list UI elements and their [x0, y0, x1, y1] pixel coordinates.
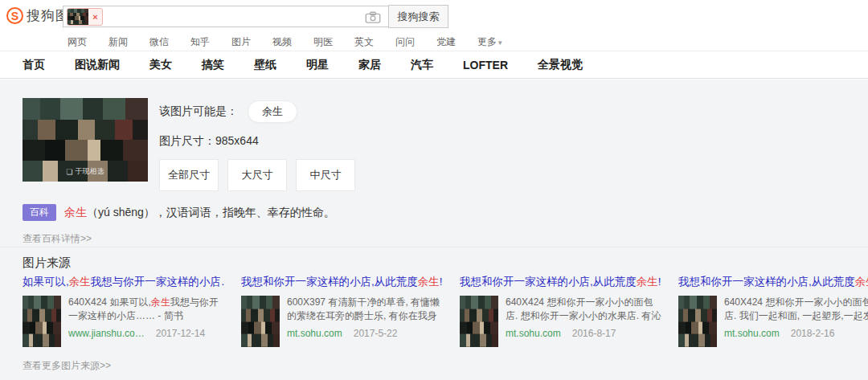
- source-meta: 640X424 想和你开一家小小的面包店. 想和你开一家小小的水果店. 有沁人心…: [506, 296, 662, 347]
- title-text: 我想与你开一家这样的小店……: [91, 276, 225, 288]
- section-divider: [0, 247, 868, 247]
- source-thumbnail[interactable]: [460, 296, 498, 347]
- desc-text: 640X424 如果可以,: [68, 296, 151, 308]
- baike-more-link[interactable]: 查看百科详情>>: [23, 232, 335, 246]
- image-size-row: 图片尺寸：985x644: [159, 134, 355, 149]
- source-description: 640X424 想和你开一家小小的面包店. 我们一起和面, 一起塑形,一起发酵,…: [724, 296, 868, 323]
- watermark-text: 于现相选: [76, 166, 104, 177]
- image-size-label: 图片尺寸：: [159, 134, 215, 147]
- remove-image-icon[interactable]: ×: [88, 12, 102, 22]
- query-image-thumbnail: [68, 9, 88, 25]
- source-domain[interactable]: mt.sohu.com: [287, 328, 342, 339]
- source-description: 640X424 想和你开一家小小的面包店. 想和你开一家小小的水果店. 有沁人心…: [506, 296, 662, 323]
- title-highlight: 余生: [418, 276, 440, 288]
- top-bar: S 搜狗图片 × 搜狗搜索 网页 新闻 微信 知乎 图片 视频 明医 英文 问问…: [0, 0, 868, 32]
- source-result-3: 我想和你开一家这样的小店,从此荒度余生!… 640X424 想和你开一家小小的面…: [460, 275, 662, 347]
- baike-block: 百科 余生 （yú shēng），汉语词语，指晚年、幸存的性命。 查看百科详情>…: [23, 204, 335, 246]
- desc-highlight: 余生: [151, 296, 170, 308]
- content-area: ❏ 于现相选 该图片可能是： 余生 图片尺寸：985x644 全部尺寸 大尺寸 …: [0, 80, 868, 380]
- source-description: 640X424 如果可以,余生我想与你开一家这样的小店…… - 简书: [68, 296, 225, 323]
- title-text: !…: [440, 276, 444, 288]
- category-funny[interactable]: 搞笑: [202, 58, 224, 72]
- category-panorama[interactable]: 全景视觉: [538, 58, 583, 72]
- baike-definition: （yú shēng），汉语词语，指晚年、幸存的性命。: [87, 206, 335, 220]
- source-result-1: 如果可以,余生我想与你开一家这样的小店…… 640X424 如果可以,余生我想与…: [23, 275, 225, 347]
- category-home-decor[interactable]: 家居: [358, 58, 381, 72]
- title-text: 我想和你开一家这样的小店,从此荒度: [241, 276, 418, 288]
- baike-term: 余生: [64, 206, 87, 220]
- source-thumbnail[interactable]: [678, 296, 717, 347]
- category-beauty[interactable]: 美女: [149, 58, 172, 72]
- source-description: 600X397 有清新干净的草香, 有慵懒的萦绕在耳旁的爵士乐, 有你在我身旁,…: [287, 296, 444, 323]
- guess-tag-button[interactable]: 余生: [248, 100, 297, 123]
- large-size-button[interactable]: 大尺寸: [227, 159, 287, 191]
- title-text: !…: [658, 276, 662, 288]
- result-info: 该图片可能是： 余生 图片尺寸：985x644 全部尺寸 大尺寸 中尺寸: [159, 98, 355, 191]
- source-meta: 640X424 如果可以,余生我想与你开一家这样的小店…… - 简书 www.j…: [68, 296, 225, 347]
- source-title-link[interactable]: 我想和你开一家这样的小店,从此荒度余生!…: [460, 275, 662, 289]
- source-domain[interactable]: mt.sohu.com: [724, 328, 780, 339]
- category-wallpaper[interactable]: 壁纸: [254, 58, 276, 72]
- search-button[interactable]: 搜狗搜索: [388, 5, 448, 28]
- title-text: 我想和你开一家这样的小店,从此荒度: [460, 276, 637, 288]
- desc-text: 640X424 想和你开一家小小的面包店. 我们一起和面, 一起塑形,一起发酵,…: [724, 296, 868, 323]
- source-title-link[interactable]: 我想和你开一家这样的小店,从此荒度余生!…: [241, 275, 444, 289]
- category-home[interactable]: 首页: [23, 58, 45, 72]
- query-image-preview: ❏ 于现相选: [23, 98, 148, 182]
- medium-size-button[interactable]: 中尺寸: [296, 159, 355, 191]
- desc-text: 640X424 想和你开一家小小的面包店. 想和你开一家小小的水果店. 有沁人心…: [506, 296, 661, 323]
- title-text: 我想和你开一家这样的小店,从此荒度: [678, 276, 855, 288]
- baike-badge[interactable]: 百科: [23, 204, 56, 221]
- possible-label: 该图片可能是：: [159, 104, 238, 119]
- search-bar: × 搜狗搜索: [63, 6, 448, 28]
- category-news-pics[interactable]: 图说新闻: [75, 58, 120, 72]
- title-text: 如果可以,: [23, 276, 69, 288]
- source-meta: 600X397 有清新干净的草香, 有慵懒的萦绕在耳旁的爵士乐, 有你在我身旁,…: [287, 296, 444, 347]
- source-date: 2018-2-16: [791, 328, 835, 339]
- sources-section-title: 图片来源: [23, 255, 71, 271]
- source-thumbnail[interactable]: [23, 296, 61, 347]
- more-sources-link[interactable]: 查看更多图片来源>>: [23, 359, 111, 373]
- sogou-logo-icon: S: [6, 7, 23, 24]
- camera-icon[interactable]: [365, 11, 381, 23]
- size-filter-buttons: 全部尺寸 大尺寸 中尺寸: [159, 159, 355, 191]
- category-nav: 首页 图说新闻 美女 搞笑 壁纸 明星 家居 汽车 LOFTER 全景视觉: [0, 51, 868, 79]
- search-input[interactable]: ×: [63, 6, 388, 27]
- source-date: 2016-8-17: [572, 328, 616, 339]
- title-highlight: 余生: [637, 276, 658, 288]
- source-domain[interactable]: mt.sohu.com: [506, 328, 561, 339]
- image-size-value: 985x644: [215, 134, 259, 147]
- category-lofter[interactable]: LOFTER: [463, 59, 508, 72]
- tab-more-label: 更多: [477, 36, 497, 47]
- category-cars[interactable]: 汽车: [411, 58, 433, 72]
- image-watermark: ❏ 于现相选: [66, 166, 104, 177]
- query-image-chip[interactable]: ×: [67, 8, 103, 26]
- source-result-4: 我想和你开一家这样的小店,从此荒度余生!_… 640X424 想和你开一家小小的…: [678, 275, 868, 347]
- desc-text: 600X397 有清新干净的草香, 有慵懒的萦绕在耳旁的爵士乐, 有你在我身旁,…: [287, 296, 440, 323]
- source-title-link[interactable]: 我想和你开一家这样的小店,从此荒度余生!_…: [678, 275, 868, 289]
- image-sources-list: 如果可以,余生我想与你开一家这样的小店…… 640X424 如果可以,余生我想与…: [23, 275, 868, 347]
- source-title-link[interactable]: 如果可以,余生我想与你开一家这样的小店……: [23, 275, 225, 289]
- source-date: 2017-12-14: [156, 328, 205, 339]
- category-stars[interactable]: 明星: [306, 58, 329, 72]
- source-date: 2017-5-22: [354, 328, 398, 339]
- title-highlight: 余生: [69, 276, 91, 288]
- query-result-block: ❏ 于现相选 该图片可能是： 余生 图片尺寸：985x644 全部尺寸 大尺寸 …: [23, 98, 355, 191]
- source-thumbnail[interactable]: [241, 296, 280, 347]
- watermark-icon: ❏: [66, 168, 72, 176]
- logo-letter: S: [11, 10, 18, 22]
- source-meta: 640X424 想和你开一家小小的面包店. 我们一起和面, 一起塑形,一起发酵,…: [724, 296, 868, 347]
- chevron-down-icon: ▾: [498, 39, 502, 47]
- source-result-2: 我想和你开一家这样的小店,从此荒度余生!… 600X397 有清新干净的草香, …: [241, 275, 444, 347]
- title-highlight: 余生: [855, 276, 868, 288]
- source-domain[interactable]: www.jianshu.co…: [68, 328, 145, 339]
- all-sizes-button[interactable]: 全部尺寸: [159, 159, 219, 191]
